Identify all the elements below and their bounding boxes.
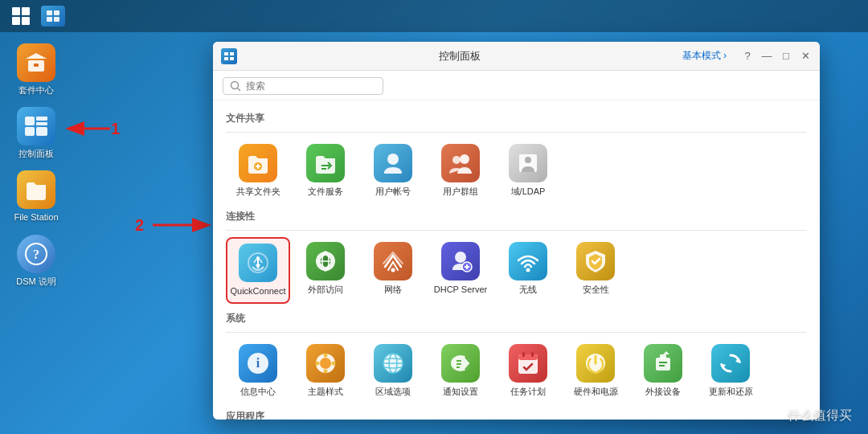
- svg-point-39: [391, 268, 395, 272]
- section-system-title: 系统: [226, 312, 807, 326]
- svg-rect-66: [656, 358, 670, 371]
- svg-point-28: [452, 156, 461, 164]
- svg-line-21: [238, 88, 241, 92]
- cp-icon-file-services[interactable]: 文件服务: [293, 139, 358, 202]
- theme-icon: [306, 344, 345, 383]
- desktop-icon-package-center[interactable]: 套件中心: [8, 40, 64, 99]
- user-label: 用户帐号: [375, 186, 411, 197]
- cp-icon-task-scheduler[interactable]: 任务计划: [496, 339, 560, 402]
- user-icon: [374, 144, 412, 182]
- divider-connectivity: [226, 230, 807, 231]
- svg-rect-18: [224, 57, 228, 60]
- quickconnect-label: QuickConnect: [230, 285, 285, 297]
- cp-icon-hardware-power[interactable]: 硬件和电源: [563, 339, 628, 402]
- svg-rect-9: [36, 122, 47, 125]
- control-panel-taskbar-button[interactable]: [39, 3, 68, 29]
- svg-rect-8: [36, 117, 47, 121]
- wireless-icon: [509, 242, 547, 280]
- search-icon: [230, 80, 241, 92]
- svg-point-48: [320, 358, 331, 369]
- desktop-icon-dsm-help[interactable]: ? DSM 说明: [8, 231, 64, 290]
- control-panel-icon: [17, 107, 55, 145]
- control-panel-label: 控制面板: [18, 149, 54, 159]
- svg-point-44: [526, 268, 530, 272]
- cp-icon-external-access[interactable]: 外部访问: [293, 237, 358, 303]
- svg-rect-7: [25, 117, 35, 125]
- dhcp-server-icon: [441, 242, 480, 280]
- svg-marker-35: [256, 264, 260, 269]
- window-close-button[interactable]: ✕: [799, 50, 812, 63]
- update-restore-icon: [711, 344, 750, 383]
- search-wrapper: [223, 77, 383, 95]
- window-help-button[interactable]: ?: [741, 50, 754, 63]
- external-access-label: 外部访问: [308, 284, 343, 295]
- svg-rect-10: [25, 127, 35, 136]
- svg-marker-5: [26, 53, 47, 59]
- arrow-2-icon: [149, 215, 213, 235]
- window-title-icon: [221, 48, 237, 64]
- svg-rect-2: [47, 17, 52, 22]
- network-label: 网络: [384, 284, 402, 295]
- dsm-help-label: DSM 说明: [16, 276, 56, 287]
- cp-icon-wireless[interactable]: 无线: [496, 237, 560, 303]
- apps-menu-button[interactable]: [6, 3, 35, 29]
- svg-point-52: [316, 361, 320, 365]
- file-station-icon: [17, 170, 55, 209]
- section-applications-title: 应用程序: [226, 410, 807, 420]
- system-grid: i 信息中心 主题样式: [226, 339, 807, 402]
- window-mode-link[interactable]: 基本模式 ›: [682, 49, 727, 63]
- window-search-bar: [213, 71, 820, 100]
- security-icon: [576, 242, 615, 280]
- package-center-label: 套件中心: [18, 85, 54, 96]
- svg-rect-11: [36, 127, 47, 136]
- connectivity-grid: QuickConnect 外部访问: [226, 237, 807, 303]
- annotation-2: 2: [135, 215, 213, 235]
- search-input[interactable]: [246, 80, 375, 92]
- package-center-icon: [17, 43, 55, 82]
- svg-rect-1: [54, 10, 59, 15]
- cp-icon-theme[interactable]: 主题样式: [293, 339, 358, 402]
- task-scheduler-label: 任务计划: [510, 386, 546, 397]
- taskbar: [0, 0, 868, 32]
- window-controls: ? — □ ✕: [741, 50, 812, 63]
- desktop-icon-control-panel[interactable]: 控制面板: [8, 104, 64, 162]
- task-scheduler-icon: [509, 344, 547, 383]
- domain-ldap-icon: [509, 144, 547, 182]
- window-content: 文件共享 共享文件夹: [213, 100, 820, 420]
- svg-text:?: ?: [33, 248, 39, 261]
- cp-icon-quickconnect[interactable]: QuickConnect: [226, 237, 290, 303]
- cp-icon-update-restore[interactable]: 更新和还原: [698, 339, 763, 402]
- cp-icon-user[interactable]: 用户帐号: [361, 139, 425, 202]
- cp-icon-user-group[interactable]: 用户群组: [428, 139, 493, 202]
- cp-icon-shared-folder[interactable]: 共享文件夹: [226, 139, 290, 202]
- control-panel-taskbar-icon: [41, 6, 65, 27]
- hardware-power-label: 硬件和电源: [574, 386, 618, 397]
- watermark-text: 什么值得买: [788, 408, 852, 422]
- cp-icon-dhcp-server[interactable]: DHCP Server: [428, 237, 493, 303]
- arrow-1-icon: [66, 119, 114, 138]
- window-maximize-button[interactable]: □: [780, 50, 792, 63]
- annotation-2-label: 2: [135, 216, 144, 235]
- file-station-label: File Station: [14, 212, 58, 223]
- wireless-label: 无线: [519, 284, 537, 295]
- svg-point-20: [231, 82, 239, 89]
- cp-icon-security[interactable]: 安全性: [563, 237, 628, 303]
- svg-text:i: i: [256, 356, 260, 370]
- section-connectivity-title: 连接性: [226, 210, 807, 223]
- svg-rect-19: [230, 57, 234, 60]
- quickconnect-icon: [239, 244, 277, 282]
- external-devices-icon: [644, 344, 682, 383]
- cp-icon-notification[interactable]: 通知设置: [428, 339, 493, 402]
- notification-label: 通知设置: [443, 386, 478, 397]
- cp-icon-network[interactable]: 网络: [361, 237, 425, 303]
- desktop-icon-file-station[interactable]: File Station: [8, 167, 64, 226]
- cp-icon-region[interactable]: 区域选项: [361, 339, 425, 402]
- cp-icon-external-devices[interactable]: 外接设备: [631, 339, 695, 402]
- cp-icon-info-center[interactable]: i 信息中心: [226, 339, 290, 402]
- cp-icon-domain-ldap[interactable]: 域/LDAP: [496, 139, 560, 202]
- external-access-icon: [306, 242, 345, 280]
- svg-point-50: [332, 361, 336, 365]
- shared-folder-label: 共享文件夹: [236, 186, 280, 197]
- dhcp-server-label: DHCP Server: [434, 284, 487, 295]
- window-minimize-button[interactable]: —: [760, 50, 773, 63]
